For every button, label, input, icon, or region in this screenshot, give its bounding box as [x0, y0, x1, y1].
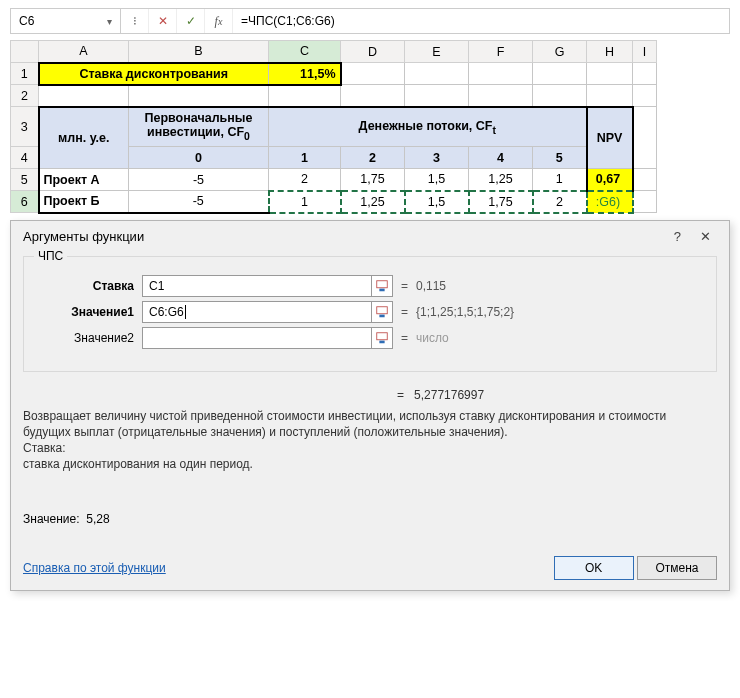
cell[interactable]: 1: [533, 169, 587, 191]
svg-rect-4: [377, 332, 388, 339]
cancel-formula-icon[interactable]: ✕: [149, 9, 177, 33]
help-link[interactable]: Справка по этой функции: [23, 561, 166, 575]
cell[interactable]: 1,75: [469, 191, 533, 213]
collapse-icon[interactable]: ⁝: [121, 9, 149, 33]
collapse-range-icon[interactable]: [371, 327, 393, 349]
arg-input-value1[interactable]: C6:G6: [142, 301, 372, 323]
cell[interactable]: 1: [269, 147, 341, 169]
collapse-range-icon[interactable]: [371, 301, 393, 323]
formula-bar: C6 ▾ ⁝ ✕ ✓ fx =ЧПС(C1;C6:G6): [10, 8, 730, 34]
col-header[interactable]: F: [469, 41, 533, 63]
formula-input[interactable]: =ЧПС(C1;C6:G6): [233, 9, 729, 33]
argument-group: ЧПС Ставка C1 = 0,115 Значение1 C6:G6 = …: [23, 256, 717, 372]
svg-rect-2: [377, 306, 388, 313]
argument-row: Значение1 C6:G6 = {1;1,25;1,5;1,75;2}: [32, 301, 708, 323]
row-header[interactable]: 1: [11, 63, 39, 85]
arg-label: Значение1: [32, 305, 142, 319]
cell[interactable]: Ставка дисконтрования: [39, 63, 269, 85]
cell[interactable]: [533, 85, 587, 107]
cell[interactable]: [633, 63, 657, 85]
cancel-button[interactable]: Отмена: [637, 556, 717, 580]
cell[interactable]: [341, 85, 405, 107]
cell[interactable]: 1,5: [405, 169, 469, 191]
worksheet-grid[interactable]: A B C D E F G H I 1 Ставка дисконтровани…: [10, 40, 657, 214]
row-header[interactable]: 4: [11, 147, 39, 169]
cell[interactable]: [533, 63, 587, 85]
equals-sign: =: [401, 305, 408, 319]
collapse-range-icon[interactable]: [371, 275, 393, 297]
cell[interactable]: 1,75: [341, 169, 405, 191]
svg-rect-5: [379, 340, 384, 343]
col-header[interactable]: H: [587, 41, 633, 63]
enter-formula-icon[interactable]: ✓: [177, 9, 205, 33]
cell[interactable]: 1,25: [341, 191, 405, 213]
cell[interactable]: 2: [341, 147, 405, 169]
cell[interactable]: млн. у.е.: [39, 107, 129, 169]
cell[interactable]: Первоначальные инвестиции, CF0: [129, 107, 269, 147]
cell[interactable]: Проект Б: [39, 191, 129, 213]
select-all-corner[interactable]: [11, 41, 39, 63]
name-box[interactable]: C6 ▾: [11, 9, 121, 33]
cell[interactable]: -5: [129, 169, 269, 191]
help-icon[interactable]: ?: [665, 229, 689, 244]
ok-button[interactable]: OK: [554, 556, 634, 580]
cell[interactable]: 2: [269, 169, 341, 191]
col-header[interactable]: A: [39, 41, 129, 63]
cell[interactable]: Денежные потоки, CFt: [269, 107, 587, 147]
cell[interactable]: Проект А: [39, 169, 129, 191]
cell[interactable]: 1: [269, 191, 341, 213]
cell[interactable]: [633, 169, 657, 191]
row-header[interactable]: 3: [11, 107, 39, 147]
cell[interactable]: [469, 63, 533, 85]
svg-rect-0: [377, 280, 388, 287]
arg-input-rate[interactable]: C1: [142, 275, 372, 297]
cell[interactable]: 1,25: [469, 169, 533, 191]
chevron-down-icon[interactable]: ▾: [107, 16, 112, 27]
cell-text: Первоначальные: [145, 111, 253, 125]
col-header[interactable]: B: [129, 41, 269, 63]
cell[interactable]: [587, 85, 633, 107]
row-header[interactable]: 6: [11, 191, 39, 213]
cell[interactable]: [341, 63, 405, 85]
cell[interactable]: -5: [129, 191, 269, 213]
arg-input-value2[interactable]: [142, 327, 372, 349]
param-description: Ставка: ставка дисконтирования на один п…: [23, 440, 717, 472]
col-header[interactable]: I: [633, 41, 657, 63]
arg-evaluated: 0,115: [416, 279, 446, 293]
cell[interactable]: 2: [533, 191, 587, 213]
svg-rect-3: [379, 314, 384, 317]
cell[interactable]: 0: [129, 147, 269, 169]
fx-icon[interactable]: fx: [205, 9, 233, 33]
cell[interactable]: [633, 191, 657, 213]
col-header[interactable]: E: [405, 41, 469, 63]
cell[interactable]: [405, 63, 469, 85]
cell[interactable]: 1,5: [405, 191, 469, 213]
cell[interactable]: [469, 85, 533, 107]
svg-rect-1: [379, 288, 384, 291]
cell[interactable]: 0,67: [587, 169, 633, 191]
close-icon[interactable]: ✕: [693, 229, 717, 244]
col-header[interactable]: C: [269, 41, 341, 63]
cell-text: Денежные потоки, CF: [359, 119, 493, 133]
cell[interactable]: 3: [405, 147, 469, 169]
cell[interactable]: 5: [533, 147, 587, 169]
cell[interactable]: [633, 85, 657, 107]
cell[interactable]: [269, 85, 341, 107]
equals-sign: =: [401, 331, 408, 345]
formula-text: =ЧПС(C1;C6:G6): [241, 14, 335, 28]
row-header[interactable]: 5: [11, 169, 39, 191]
row-header[interactable]: 2: [11, 85, 39, 107]
cell[interactable]: [633, 107, 657, 169]
equals-sign: =: [401, 279, 408, 293]
dialog-title: Аргументы функции: [23, 229, 144, 244]
cell[interactable]: 4: [469, 147, 533, 169]
cell[interactable]: [129, 85, 269, 107]
cell-editing[interactable]: :G6): [587, 191, 633, 213]
col-header[interactable]: G: [533, 41, 587, 63]
cell[interactable]: 11,5%: [269, 63, 341, 85]
cell[interactable]: [39, 85, 129, 107]
cell[interactable]: [587, 63, 633, 85]
cell[interactable]: [405, 85, 469, 107]
col-header[interactable]: D: [341, 41, 405, 63]
cell[interactable]: NPV: [587, 107, 633, 169]
